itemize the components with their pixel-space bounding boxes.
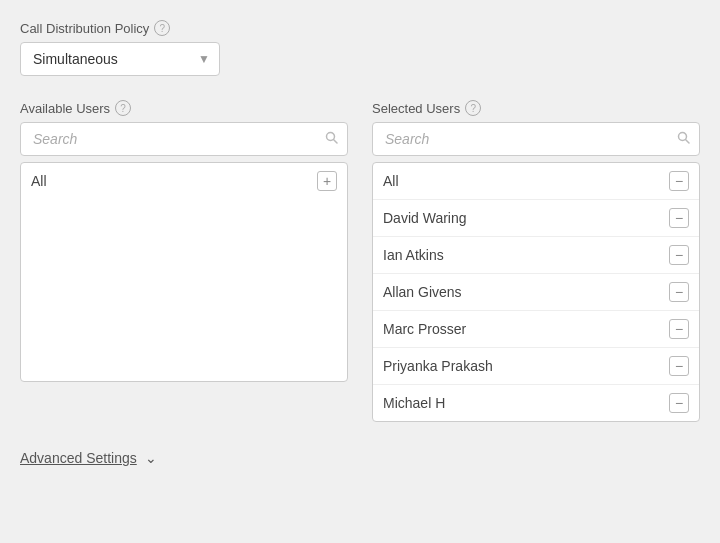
remove-allan-givens-button[interactable]: −: [669, 282, 689, 302]
selected-users-label-row: Selected Users ?: [372, 100, 700, 116]
policy-dropdown[interactable]: Simultaneous Round Robin Fixed Order: [20, 42, 220, 76]
list-item: Michael H −: [373, 385, 699, 421]
advanced-settings-button[interactable]: Advanced Settings: [20, 450, 137, 466]
list-item: All −: [373, 163, 699, 200]
selected-user-name: Marc Prosser: [383, 321, 669, 337]
remove-michael-h-button[interactable]: −: [669, 393, 689, 413]
policy-dropdown-container: Simultaneous Round Robin Fixed Order ▼: [20, 42, 220, 76]
policy-label-row: Call Distribution Policy ?: [20, 20, 700, 36]
list-item: Ian Atkins −: [373, 237, 699, 274]
remove-ian-atkins-button[interactable]: −: [669, 245, 689, 265]
list-item: David Waring −: [373, 200, 699, 237]
remove-david-waring-button[interactable]: −: [669, 208, 689, 228]
selected-user-name: All: [383, 173, 669, 189]
available-users-list: All +: [20, 162, 348, 382]
remove-all-button[interactable]: −: [669, 171, 689, 191]
selected-user-name: Michael H: [383, 395, 669, 411]
remove-priyanka-prakash-button[interactable]: −: [669, 356, 689, 376]
selected-users-search-box: [372, 122, 700, 156]
advanced-settings-row: Advanced Settings ⌄: [20, 450, 700, 466]
selected-user-name: Ian Atkins: [383, 247, 669, 263]
users-section: Available Users ? All + Selected Users ?: [20, 100, 700, 422]
selected-users-column: Selected Users ? All − David Waring −: [372, 100, 700, 422]
selected-users-search-input[interactable]: [372, 122, 700, 156]
remove-marc-prosser-button[interactable]: −: [669, 319, 689, 339]
selected-users-help-icon[interactable]: ?: [465, 100, 481, 116]
selected-user-name: Priyanka Prakash: [383, 358, 669, 374]
available-users-help-icon[interactable]: ?: [115, 100, 131, 116]
selected-users-list: All − David Waring − Ian Atkins − Allan …: [372, 162, 700, 422]
advanced-settings-chevron-icon: ⌄: [145, 450, 157, 466]
policy-label: Call Distribution Policy: [20, 21, 149, 36]
available-users-column: Available Users ? All +: [20, 100, 348, 422]
available-user-all-name: All: [31, 173, 317, 189]
add-all-button[interactable]: +: [317, 171, 337, 191]
selected-user-name: David Waring: [383, 210, 669, 226]
available-users-label-row: Available Users ?: [20, 100, 348, 116]
selected-user-name: Allan Givens: [383, 284, 669, 300]
available-users-search-input[interactable]: [20, 122, 348, 156]
list-item: Priyanka Prakash −: [373, 348, 699, 385]
selected-users-label: Selected Users: [372, 101, 460, 116]
policy-section: Call Distribution Policy ? Simultaneous …: [20, 20, 700, 76]
available-users-label: Available Users: [20, 101, 110, 116]
list-item: Marc Prosser −: [373, 311, 699, 348]
list-item: All +: [21, 163, 347, 199]
list-item: Allan Givens −: [373, 274, 699, 311]
policy-help-icon[interactable]: ?: [154, 20, 170, 36]
available-users-search-box: [20, 122, 348, 156]
